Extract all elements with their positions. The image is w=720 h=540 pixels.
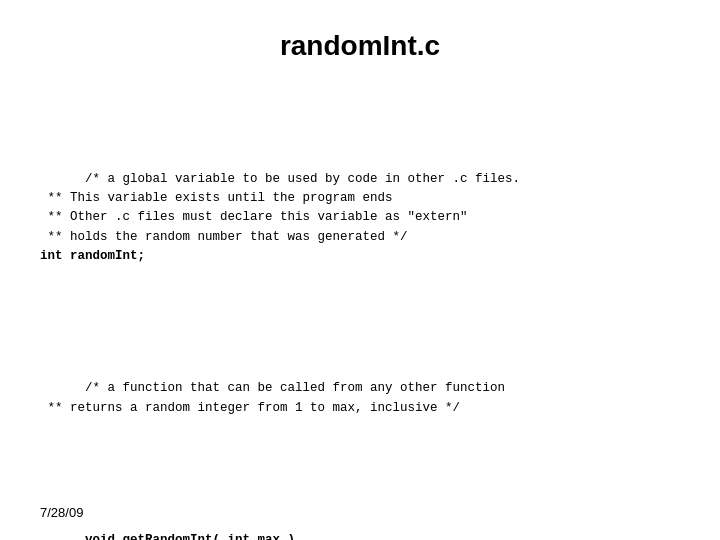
footer-date: 7/28/09 [40,505,83,520]
section-global-comment: /* a global variable to be used by code … [40,150,680,286]
section-function-comment: /* a function that can be called from an… [40,360,680,438]
code-content: /* a global variable to be used by code … [40,92,680,540]
function-signature: void getRandomInt( int max ) { [40,533,295,540]
page-title: randomInt.c [40,20,680,62]
section-function-body: void getRandomInt( int max ) { /* a loca… [40,512,680,541]
global-comment-text: /* a global variable to be used by code … [40,172,520,244]
page: randomInt.c /* a global variable to be u… [0,0,720,540]
global-decl: int randomInt; [40,249,145,263]
function-comment-text: /* a function that can be called from an… [40,381,505,414]
